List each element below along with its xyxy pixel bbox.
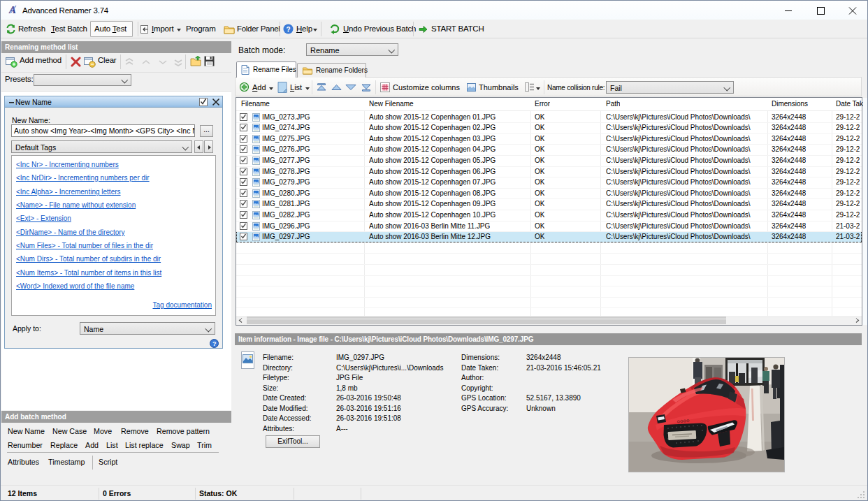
svg-text:?: ? xyxy=(212,340,217,347)
svg-text:?: ? xyxy=(287,26,291,34)
svg-text:A: A xyxy=(8,4,16,15)
